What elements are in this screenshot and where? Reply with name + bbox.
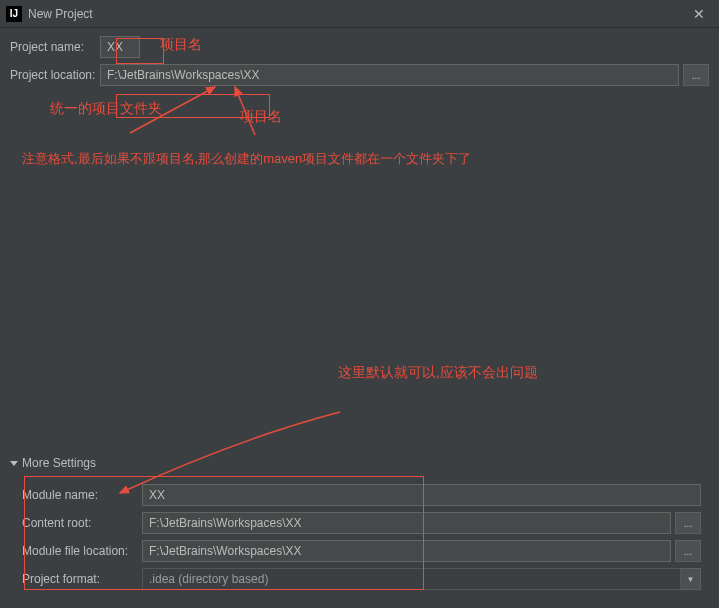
module-file-location-row: Module file location: ... [22,540,701,562]
close-button[interactable]: ✕ [685,0,713,28]
module-file-location-label: Module file location: [22,544,142,558]
project-format-dropdown-button[interactable]: ▼ [681,568,701,590]
project-name-input[interactable] [100,36,140,58]
window-title: New Project [28,7,93,21]
project-format-label: Project format: [22,572,142,586]
browse-location-button[interactable]: ... [683,64,709,86]
content-root-label: Content root: [22,516,142,530]
title-bar: IJ New Project ✕ [0,0,719,28]
more-settings-panel: Module name: Content root: ... Module fi… [10,476,709,604]
project-name-label: Project name: [10,40,100,54]
project-location-input[interactable] [100,64,679,86]
project-location-row: Project location: ... [10,64,709,86]
project-name-row: Project name: [10,36,709,58]
module-name-label: Module name: [22,488,142,502]
arrow-folder-to-location [100,83,280,163]
svg-line-1 [130,87,215,133]
more-settings-label: More Settings [22,456,96,470]
module-file-location-input[interactable] [142,540,671,562]
browse-module-file-button[interactable]: ... [675,540,701,562]
app-icon: IJ [6,6,22,22]
expand-icon [10,461,18,466]
module-name-row: Module name: [22,484,701,506]
project-location-label: Project location: [10,68,100,82]
svg-line-3 [235,87,255,135]
module-name-input[interactable] [142,484,701,506]
highlight-location [116,94,270,118]
project-format-row: Project format: .idea (directory based) … [22,568,701,590]
browse-content-root-button[interactable]: ... [675,512,701,534]
content-root-input[interactable] [142,512,671,534]
more-settings-toggle[interactable]: More Settings [10,456,709,470]
arrow-projname-to-location [220,83,300,143]
content-area: Project name: Project location: ... More… [0,28,719,608]
content-root-row: Content root: ... [22,512,701,534]
project-format-select[interactable]: .idea (directory based) [142,568,681,590]
